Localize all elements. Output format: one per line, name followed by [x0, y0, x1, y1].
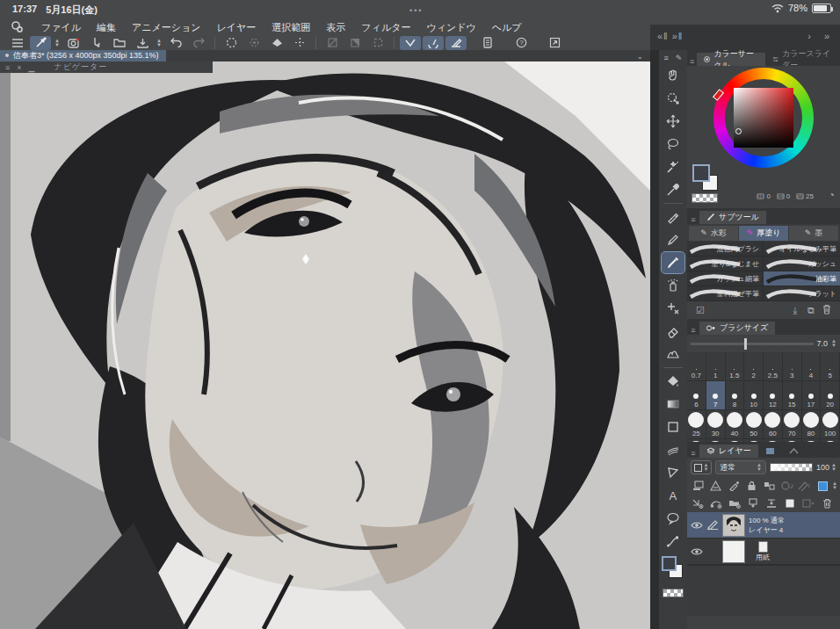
delete-layer-icon[interactable] — [819, 495, 835, 511]
layer-thumbnail[interactable] — [722, 514, 745, 537]
merge-to-lower-layer-icon[interactable] — [764, 495, 779, 511]
tool-stepper[interactable]: ▲▼ — [53, 36, 62, 50]
subtool-property-check-icon[interactable]: ☑ — [692, 305, 708, 316]
decoration-tool[interactable] — [662, 298, 684, 319]
menu-animation[interactable]: アニメーション — [124, 21, 209, 34]
menu-layer[interactable]: レイヤー — [209, 21, 264, 34]
tool-palette-menu-icon[interactable]: ≡ — [664, 54, 669, 62]
new-vector-layer-icon[interactable] — [708, 495, 724, 511]
menu-selection[interactable]: 選択範囲 — [264, 21, 318, 34]
set-as-ruler-icon[interactable] — [778, 478, 795, 494]
tab-layer[interactable]: レイヤー — [699, 445, 758, 458]
lock-layer-icon[interactable] — [743, 478, 760, 494]
hand-tool[interactable] — [662, 65, 684, 86]
brush-size-cell[interactable]: 6 — [687, 381, 706, 410]
collapse-arrows-left[interactable]: «‖ »‖ — [657, 31, 683, 41]
blend-tool[interactable] — [662, 343, 684, 365]
reference-layer-icon[interactable] — [797, 478, 814, 494]
tab-color-slider[interactable]: カラースライダー — [765, 53, 840, 66]
clip-at-layer-below-icon[interactable] — [690, 478, 706, 494]
brush-size-cell[interactable]: 250 — [764, 439, 783, 442]
eraser-tool[interactable] — [662, 321, 684, 342]
tab-animation-cels[interactable] — [782, 445, 806, 458]
layer-panel-menu-icon[interactable]: ≡ — [687, 449, 699, 458]
color-wheel[interactable] — [687, 66, 840, 178]
timelapse-button[interactable] — [63, 36, 84, 50]
canvas-list-chevron-icon[interactable]: ⌄ — [636, 52, 643, 61]
gesture-settings-button[interactable] — [423, 36, 444, 50]
eyedropper-tool[interactable] — [662, 179, 684, 200]
pin-button[interactable] — [86, 36, 107, 50]
brush-size-cell[interactable]: 0.7 — [687, 352, 706, 381]
draft-layer-icon[interactable] — [726, 478, 742, 494]
brush-tool[interactable] — [662, 252, 684, 273]
brush-size-cell[interactable]: 2 — [744, 352, 764, 381]
transfer-to-lower-layer-icon[interactable] — [745, 495, 761, 511]
menu-file[interactable]: ファイル — [33, 21, 89, 34]
modifier-key-button[interactable] — [400, 36, 421, 50]
brush-size-cell[interactable]: 15 — [783, 381, 802, 410]
brush-size-cell[interactable]: 120 — [687, 439, 706, 442]
undo-button[interactable] — [165, 36, 186, 50]
blend-mode-select[interactable]: 通常▲▼ — [715, 460, 766, 474]
pen-tool[interactable] — [662, 206, 684, 228]
auto-select-tool[interactable] — [662, 156, 684, 177]
deselect-button[interactable] — [243, 36, 264, 50]
brush-size-value[interactable]: 7.0 — [817, 339, 829, 348]
brush-size-cell[interactable]: 60 — [764, 410, 783, 439]
main-color-swatch[interactable] — [662, 556, 677, 571]
brush-size-cell[interactable]: 3 — [783, 352, 802, 381]
selection-lasso-tool[interactable] — [662, 134, 684, 155]
brush-size-cell[interactable]: 2.5 — [764, 352, 783, 381]
brush-size-cell[interactable]: 70 — [783, 410, 802, 439]
layer-name[interactable]: レイヤー 4 — [749, 525, 785, 535]
brush-size-menu-icon[interactable]: ≡ — [687, 326, 699, 335]
fullscreen-button[interactable] — [544, 36, 565, 50]
navigator-close-icon[interactable]: × — [17, 63, 21, 72]
brush-item[interactable]: 混色円ブラシ — [687, 242, 764, 257]
color-panel-menu-icon[interactable]: ≡ — [687, 57, 697, 66]
opacity-value[interactable]: 100▲▼ — [816, 463, 836, 472]
tab-layer-property[interactable] — [758, 445, 782, 458]
brush-item[interactable]: フラット — [764, 286, 840, 301]
paper-layer-name[interactable]: 用紙 — [756, 553, 770, 561]
document-tab[interactable]: 信奉者3* (3256 x 4000px 350dpi 135.1%) — [0, 50, 166, 61]
clip-studio-logo-icon[interactable] — [11, 20, 25, 34]
opacity-slider[interactable] — [770, 463, 813, 472]
layer-row-paper[interactable]: 用紙 — [687, 539, 840, 565]
menu-edit[interactable]: 編集 — [89, 21, 124, 34]
brush-size-cell[interactable]: 200 — [744, 439, 764, 442]
operation-tool[interactable] — [662, 88, 684, 109]
save-stepper[interactable]: ▲▼ — [155, 36, 163, 50]
apply-mask-icon[interactable] — [800, 495, 816, 511]
layer-list-empty-area[interactable] — [687, 565, 840, 616]
rotate-reset-button[interactable] — [322, 36, 343, 50]
line-correction-tool[interactable] — [662, 531, 684, 552]
brush-size-cell[interactable]: 4 — [802, 352, 822, 381]
layer-row-selected[interactable]: 100 % 通常 レイヤー 4 — [687, 512, 840, 539]
tab-subtool[interactable]: サブツール — [699, 211, 766, 224]
layer-visibility-icon[interactable] — [691, 544, 703, 560]
subtool-group-thickpaint[interactable]: ✎厚塗り — [739, 226, 788, 241]
text-tool[interactable]: A — [662, 485, 684, 506]
fill-button[interactable] — [266, 36, 287, 50]
move-layer-tool[interactable] — [662, 111, 684, 132]
subtool-group-ink[interactable]: ✎墨 — [789, 226, 838, 241]
menu-help[interactable]: ヘルプ — [484, 21, 530, 34]
pencil-tool[interactable] — [662, 229, 684, 250]
transparent-color-swatch[interactable] — [663, 589, 684, 597]
lock-transparent-pixel-icon[interactable] — [707, 478, 724, 494]
brush-item[interactable]: 塗料混ぜ平筆 — [687, 286, 764, 301]
brush-size-cell[interactable]: 20 — [821, 381, 840, 410]
brush-size-cell[interactable]: 150 — [706, 439, 726, 442]
layer-visibility-icon[interactable] — [691, 517, 703, 533]
menu-window[interactable]: ウィンドウ — [418, 21, 483, 34]
help-button[interactable]: ? — [511, 36, 532, 50]
paper-layer-thumbnail[interactable] — [722, 540, 745, 563]
menu-view[interactable]: 表示 — [318, 21, 353, 34]
frame-border-tool[interactable] — [662, 462, 684, 483]
figure-tool[interactable] — [662, 416, 684, 437]
brush-item[interactable]: ガッシュ細筆 — [687, 271, 764, 286]
export-button[interactable] — [132, 36, 153, 50]
brush-size-cell[interactable]: 5 — [821, 352, 840, 381]
